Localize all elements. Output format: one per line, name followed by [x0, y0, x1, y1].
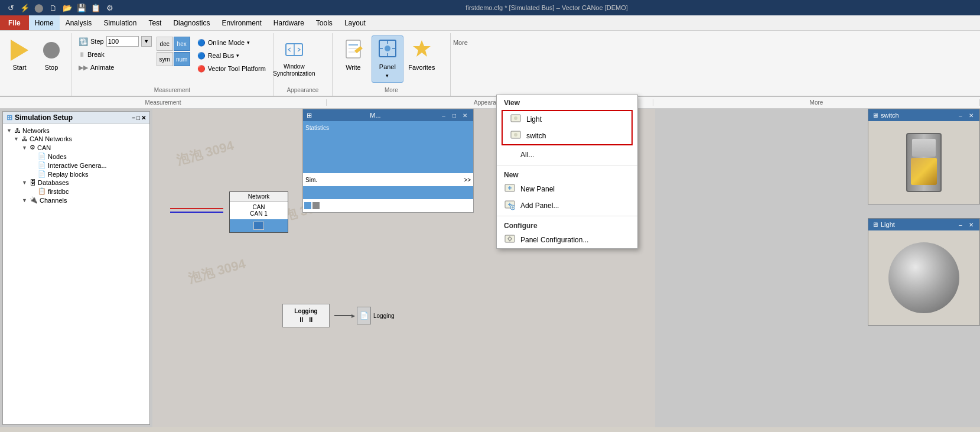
- online-mode-button[interactable]: 🔵 Online Mode ▾: [195, 37, 268, 48]
- databases-item[interactable]: ▼ 🗄 Databases: [5, 178, 147, 187]
- new-panel-icon: [504, 183, 516, 195]
- menu-hardware[interactable]: Hardware: [268, 15, 310, 30]
- nodes-item[interactable]: ▼ 📄 Nodes: [5, 152, 147, 161]
- dropdown-panel-config-item[interactable]: Panel Configuration...: [497, 232, 637, 248]
- break-button[interactable]: ⏸ Break: [76, 48, 154, 60]
- firstdbc-item[interactable]: ▼ 📋 firstdbc: [5, 187, 147, 196]
- sim-setup-minimize[interactable]: –: [132, 115, 135, 121]
- can-item[interactable]: ▼ ⚙ CAN: [5, 143, 147, 152]
- sim-setup-maximize[interactable]: □: [136, 115, 140, 121]
- num-button[interactable]: num: [174, 52, 190, 66]
- ribbon: Start Stop 🔃 Step ▼ ⏸ Break: [0, 31, 980, 97]
- start-button[interactable]: Start: [5, 35, 34, 72]
- light-ball: [888, 242, 959, 313]
- menu-diagnostics[interactable]: Diagnostics: [167, 15, 216, 30]
- switch-lever[interactable]: [911, 158, 937, 185]
- switch-close[interactable]: ✕: [966, 111, 976, 120]
- add-panel-icon: [504, 200, 516, 212]
- network-box[interactable]: Network CAN CAN 1: [229, 191, 288, 233]
- light-close[interactable]: ✕: [966, 220, 976, 229]
- dec-button[interactable]: dec: [157, 37, 173, 51]
- animate-button[interactable]: ▶▶ Animate: [76, 61, 154, 73]
- panel-button[interactable]: Panel ▾: [372, 35, 403, 83]
- menu-simulation[interactable]: Simulation: [97, 15, 142, 30]
- interactive-gen-item[interactable]: ▼ 📄 Interactive Genera...: [5, 161, 147, 170]
- step-input[interactable]: [106, 36, 139, 47]
- dropdown-add-panel-item[interactable]: Add Panel...: [497, 197, 637, 214]
- measurement-panel-title-text: M...: [370, 112, 380, 119]
- new-header: New: [497, 167, 637, 181]
- switch-image-area: [868, 121, 979, 204]
- menu-test[interactable]: Test: [142, 15, 167, 30]
- dropdown-new-panel-item[interactable]: New Panel: [497, 181, 637, 197]
- watermark-1: 泡泡 3094: [175, 137, 236, 170]
- svg-point-16: [514, 116, 517, 120]
- titlebar-text: firstdemo.cfg * [Simulated Bus] – Vector…: [118, 4, 975, 11]
- save-icon[interactable]: 💾: [76, 2, 87, 14]
- stop-button[interactable]: Stop: [37, 35, 66, 72]
- can-networks-item[interactable]: ▼ 🖧 CAN Networks: [5, 135, 147, 143]
- mp-blue-row-1: [303, 134, 473, 147]
- stop-circle-icon[interactable]: ⬤: [33, 2, 45, 14]
- new-icon[interactable]: 🗋: [47, 2, 59, 14]
- configure-header: Configure: [497, 218, 637, 232]
- favorites-button[interactable]: Favorites: [406, 35, 438, 83]
- start-label: Start: [12, 64, 26, 71]
- sym-button[interactable]: sym: [157, 52, 173, 66]
- dropdown-all-item[interactable]: All...: [497, 147, 637, 163]
- menu-tools[interactable]: Tools: [310, 15, 338, 30]
- sim-setup-title-text: Simulation Setup: [15, 113, 73, 122]
- hex-button[interactable]: hex: [174, 37, 190, 51]
- settings-icon[interactable]: ⚙: [104, 2, 116, 14]
- write-button[interactable]: Write: [337, 35, 369, 83]
- more-group: Write Panel ▾: [333, 33, 451, 96]
- replay-blocks-item[interactable]: ▼ 📄 Replay blocks: [5, 170, 147, 178]
- mp-icon: [304, 202, 311, 209]
- logging-play-icon[interactable]: ⏸: [307, 316, 314, 324]
- real-bus-button[interactable]: 🔵 Real Bus ▾: [195, 50, 268, 61]
- right-panels: 🖥 switch – ✕ 🖥 Light: [655, 109, 980, 427]
- undo-icon[interactable]: ↺: [5, 2, 17, 14]
- vector-tool-platform-button[interactable]: 🔴 Vector Tool Platform: [195, 63, 268, 74]
- step-dropdown[interactable]: ▼: [141, 36, 152, 47]
- switch-panel-monitor-icon: 🖥: [872, 112, 878, 119]
- switch-window-controls: – ✕: [956, 111, 976, 120]
- mp-icon2: [312, 202, 320, 209]
- switch-minimize[interactable]: –: [956, 111, 965, 120]
- logging-dest: 📄 Logging: [357, 307, 395, 324]
- switch-panel-title-text: switch: [881, 112, 899, 119]
- menu-layout[interactable]: Layout: [338, 15, 372, 30]
- saveas-icon[interactable]: 📋: [90, 2, 102, 14]
- sim-setup-close[interactable]: ✕: [141, 115, 146, 121]
- step-button[interactable]: 🔃 Step ▼: [76, 35, 154, 47]
- networks-item[interactable]: ▼ 🖧 Networks: [5, 126, 147, 135]
- menu-environment[interactable]: Environment: [216, 15, 267, 30]
- lightning-icon[interactable]: ⚡: [19, 2, 31, 14]
- measurement-maximize[interactable]: □: [450, 111, 459, 120]
- more-label-cell: More: [653, 99, 980, 106]
- menu-file[interactable]: File: [0, 15, 29, 30]
- channels-item[interactable]: ▼ 🔌 Channels: [5, 196, 147, 204]
- mp-blue-row-4: [303, 186, 473, 199]
- measurement-minimize[interactable]: –: [439, 111, 448, 120]
- logging-box-1[interactable]: Logging ⏸ ⏸: [282, 304, 330, 327]
- measurement-label: Measurement: [0, 99, 327, 106]
- window-sync-button[interactable]: WindowSynchronization: [278, 35, 310, 83]
- measurement-close[interactable]: ✕: [460, 111, 470, 120]
- switch-body[interactable]: [906, 133, 942, 192]
- dropdown-divider-1: [497, 165, 637, 165]
- dropdown-switch-item[interactable]: switch: [503, 128, 631, 144]
- open-icon[interactable]: 📂: [61, 2, 73, 14]
- light-window-controls: – ✕: [956, 220, 976, 229]
- light-minimize[interactable]: –: [956, 220, 965, 229]
- logging-pause-icon[interactable]: ⏸: [298, 316, 305, 324]
- menu-home[interactable]: Home: [29, 15, 60, 30]
- dropdown-light-item[interactable]: Light: [503, 111, 631, 128]
- light-panel-title-text: Light: [881, 221, 895, 228]
- more-button[interactable]: More: [453, 35, 468, 46]
- panel-dropdown-menu: View Light switch All... Ne: [496, 95, 638, 249]
- logging-area: Logging ⏸ ⏸ 📄 Logging: [282, 304, 395, 327]
- mp-white-row-2: [303, 199, 473, 212]
- favorites-label: Favorites: [408, 63, 435, 72]
- menu-analysis[interactable]: Analysis: [60, 15, 98, 30]
